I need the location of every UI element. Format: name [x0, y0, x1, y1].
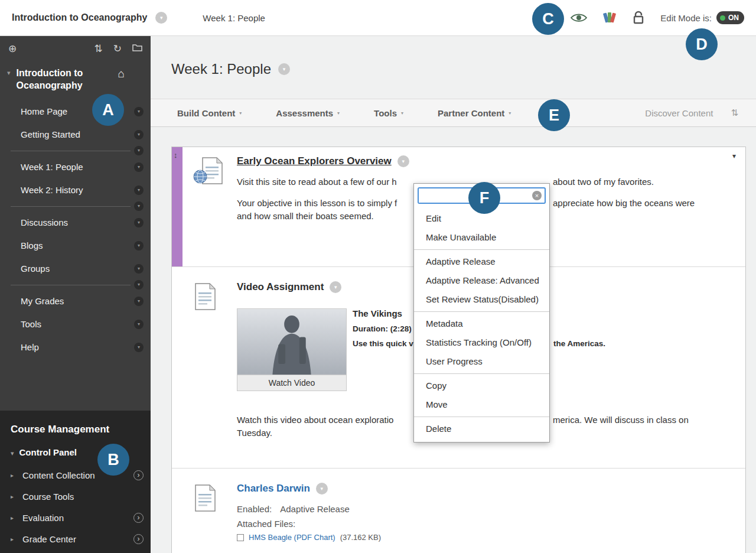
edit-mode-toggle[interactable]: ON: [716, 11, 744, 24]
item-options-chevron-icon[interactable]: ▾: [134, 162, 144, 172]
partner-content-button[interactable]: Partner Content ▾: [438, 108, 511, 118]
item-options-chevron-icon[interactable]: ▾: [134, 186, 144, 195]
open-in-new-arrow-icon[interactable]: ›: [133, 534, 144, 544]
sidebar-item-help[interactable]: Help ▾: [0, 336, 151, 359]
item-options-chevron-icon[interactable]: ▾: [134, 130, 144, 139]
sidebar-item-home-page[interactable]: Home Page ▾: [0, 100, 151, 123]
item-options-chevron-icon[interactable]: ▾: [134, 241, 144, 251]
sidebar-item-getting-started[interactable]: Getting Started ▾: [0, 123, 151, 146]
content-document-icon: [193, 282, 217, 313]
watch-video-button[interactable]: Watch Video: [237, 375, 347, 391]
description-text: merica. We will discuss in class on: [553, 415, 689, 425]
clear-search-icon[interactable]: ×: [532, 191, 542, 200]
item-options-chevron-icon[interactable]: ▾: [316, 483, 328, 495]
item-options-chevron-icon[interactable]: ▾: [134, 297, 144, 306]
description-text: Watch this video about ocean exploratio: [237, 415, 393, 425]
sidebar-item-content-collection[interactable]: ▸ Content Collection ›: [0, 464, 151, 486]
attached-file-size: (37.162 KB): [340, 533, 381, 542]
partner-content-label: Partner Content: [438, 108, 504, 118]
drag-handle-icon[interactable]: ↕: [174, 151, 178, 160]
item-options-chevron-icon[interactable]: ▾: [134, 218, 144, 227]
sidebar-course-name[interactable]: Introduction to Oceanography: [17, 67, 118, 92]
menu-item-user-progress[interactable]: User Progress: [414, 352, 549, 371]
discover-content-button[interactable]: Discover Content: [645, 108, 713, 118]
menu-separator: [414, 417, 549, 417]
collapse-item-caret-icon[interactable]: ▾: [732, 152, 736, 160]
top-bar: Introduction to Oceanography ▾ Week 1: P…: [0, 0, 756, 36]
menu-item-copy[interactable]: Copy: [414, 376, 549, 395]
sidebar-item-week2-history[interactable]: Week 2: History ▾: [0, 178, 151, 201]
menu-item-metadata[interactable]: Metadata: [414, 314, 549, 333]
sidebar-item-tools[interactable]: Tools ▾: [0, 313, 151, 336]
expand-icon[interactable]: ▸: [11, 515, 18, 521]
menu-item-set-review-status[interactable]: Set Review Status(Disabled): [414, 290, 549, 309]
annotation-callout-e: E: [538, 99, 570, 131]
sidebar-item-blogs[interactable]: Blogs ▾: [0, 234, 151, 257]
expand-icon[interactable]: ▸: [11, 493, 18, 500]
sidebar-item-grade-center[interactable]: ▸ Grade Center ›: [0, 528, 151, 549]
edit-mode-label: Edit Mode is:: [660, 13, 712, 23]
folder-view-icon[interactable]: [132, 43, 142, 54]
item-title[interactable]: Video Assignment: [237, 281, 324, 293]
item-options-chevron-icon[interactable]: ▾: [134, 320, 144, 329]
attached-file-link[interactable]: HMS Beagle (PDF Chart): [249, 533, 335, 542]
open-in-new-arrow-icon[interactable]: ›: [133, 513, 144, 523]
page-options-chevron-icon[interactable]: ▾: [278, 63, 290, 75]
refresh-icon[interactable]: ↻: [113, 43, 122, 55]
menu-item-move[interactable]: Move: [414, 395, 549, 414]
collapse-control-panel-icon[interactable]: ▾: [11, 450, 14, 457]
sidebar-item-label: Tools: [21, 319, 134, 329]
menu-item-make-unavailable[interactable]: Make Unavailable: [414, 228, 549, 247]
divider-options-chevron-icon[interactable]: ▾: [134, 201, 144, 211]
sidebar-divider: ▾: [0, 201, 151, 211]
divider-options-chevron-icon[interactable]: ▾: [134, 146, 144, 155]
course-title: Introduction to Oceanography: [12, 12, 147, 23]
sidebar-item-evaluation[interactable]: ▸ Evaluation ›: [0, 507, 151, 528]
assessments-label: Assessments: [276, 108, 333, 118]
item-title-link[interactable]: Charles Darwin: [237, 483, 310, 495]
home-icon[interactable]: ⌂: [118, 67, 125, 80]
menu-item-adaptive-release-advanced[interactable]: Adaptive Release: Advanced: [414, 271, 549, 290]
item-options-chevron-icon[interactable]: ▾: [397, 155, 409, 167]
sort-order-icon[interactable]: ⇅: [731, 108, 738, 118]
sidebar-item-groups[interactable]: Groups ▾: [0, 257, 151, 280]
item-options-context-menu: × Edit Make Unavailable Adaptive Release…: [413, 183, 550, 443]
sidebar-item-my-grades[interactable]: My Grades ▾: [0, 289, 151, 313]
web-link-document-icon: [193, 157, 224, 187]
item-options-chevron-icon[interactable]: ▾: [330, 281, 341, 293]
sidebar-item-week1-people[interactable]: Week 1: People ▾: [0, 155, 151, 178]
expand-icon[interactable]: ▸: [11, 472, 18, 479]
unlock-icon[interactable]: [632, 11, 645, 25]
breadcrumb: Week 1: People: [203, 13, 265, 23]
file-checkbox-icon[interactable]: [237, 534, 244, 541]
sidebar-item-label: Help: [21, 342, 134, 352]
menu-separator: [414, 249, 549, 250]
item-title-link[interactable]: Early Ocean Explorers Overview: [237, 155, 392, 167]
expand-icon[interactable]: ▸: [11, 536, 18, 542]
menu-item-delete[interactable]: Delete: [414, 419, 549, 438]
mgmt-item-label: Evaluation: [22, 513, 133, 523]
sidebar-item-label: Getting Started: [21, 129, 134, 139]
divider-options-chevron-icon[interactable]: ▾: [134, 280, 144, 289]
sidebar-item-course-tools[interactable]: ▸ Course Tools: [0, 486, 151, 507]
mgmt-item-label: Grade Center: [22, 534, 133, 544]
menu-item-statistics-tracking[interactable]: Statistics Tracking (On/Off): [414, 333, 549, 352]
course-menu-chevron-icon[interactable]: ▾: [155, 12, 167, 24]
build-content-button[interactable]: Build Content ▾: [177, 108, 242, 118]
collapse-course-menu-icon[interactable]: ▾: [7, 69, 11, 77]
item-options-chevron-icon[interactable]: ▾: [134, 107, 144, 116]
add-menu-item-icon[interactable]: ⊕: [8, 43, 17, 55]
assessments-button[interactable]: Assessments ▾: [276, 108, 340, 118]
sidebar-item-discussions[interactable]: Discussions ▾: [0, 211, 151, 234]
item-options-chevron-icon[interactable]: ▾: [134, 264, 144, 274]
reorder-icon[interactable]: ⇅: [94, 43, 103, 55]
item-options-chevron-icon[interactable]: ▾: [134, 343, 144, 352]
annotation-callout-a: A: [92, 94, 124, 126]
theme-palette-icon[interactable]: [602, 11, 617, 25]
edit-mode-green-dot-icon: [720, 15, 725, 21]
student-preview-icon[interactable]: [571, 12, 587, 23]
open-in-new-arrow-icon[interactable]: ›: [133, 470, 144, 480]
menu-item-adaptive-release[interactable]: Adaptive Release: [414, 252, 549, 271]
tools-button[interactable]: Tools ▾: [374, 108, 403, 118]
description-text: Visit this site to read about a few of o…: [237, 177, 397, 187]
